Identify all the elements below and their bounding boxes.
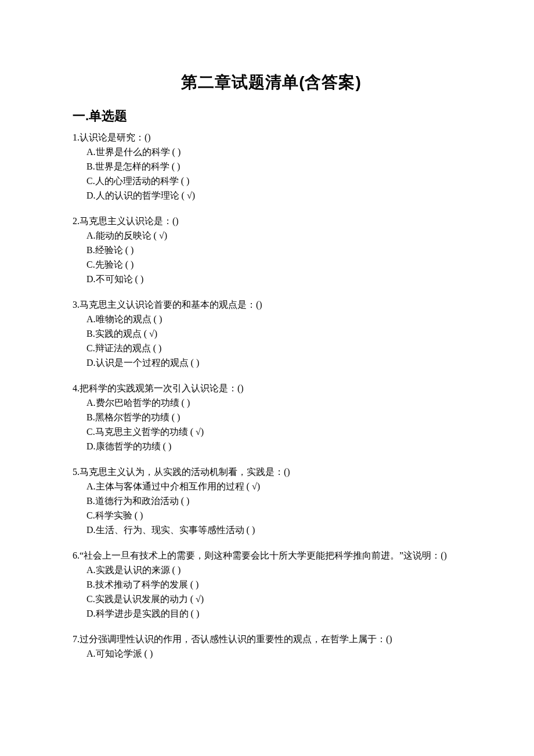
question-block: 7.过分强调理性认识的作用，否认感性认识的重要性的观点，在哲学上属于：()A.可… [73,632,470,661]
question-block: 1.认识论是研究：()A.世界是什么的科学 ( )B.世界是怎样的科学 ( )C… [73,131,470,203]
question-option: B.黑格尔哲学的功绩 ( ) [86,411,470,425]
question-stem: 7.过分强调理性认识的作用，否认感性认识的重要性的观点，在哲学上属于：() [73,632,470,647]
document-title: 第二章试题清单(含答案) [73,70,470,95]
question-option: B.经验论 ( ) [86,243,470,258]
question-option: A.可知论学派 ( ) [86,647,470,661]
question-block: 4.把科学的实践观第一次引入认识论是：()A.费尔巴哈哲学的功绩 ( )B.黑格… [73,381,470,453]
question-option: D.康德哲学的功绩 ( ) [86,440,470,454]
question-stem: 6.“社会上一旦有技术上的需要，则这种需要会比十所大学更能把科学推向前进。”这说… [73,549,470,563]
question-block: 5.马克思主义认为，从实践的活动机制看，实践是：()A.主体与客体通过中介相互作… [73,465,470,537]
question-option: B.技术推动了科学的发展 ( ) [86,578,470,592]
question-option: A.费尔巴哈哲学的功绩 ( ) [86,396,470,411]
question-option: C.科学实验 ( ) [86,509,470,523]
question-option: C.实践是认识发展的动力 ( √) [86,592,470,607]
question-option: C.人的心理活动的科学 ( ) [86,174,470,189]
question-stem: 1.认识论是研究：() [73,131,470,145]
question-block: 2.马克思主义认识论是：()A.能动的反映论 ( √)B.经验论 ( )C.先验… [73,214,470,286]
question-stem: 4.把科学的实践观第一次引入认识论是：() [73,381,470,396]
section-heading: 一.单选题 [73,106,470,126]
document-page: 第二章试题清单(含答案) 一.单选题 1.认识论是研究：()A.世界是什么的科学… [0,0,534,756]
question-option: B.道德行为和政治活动 ( ) [86,494,470,509]
question-stem: 3.马克思主义认识论首要的和基本的观点是：() [73,298,470,312]
question-option: B.实践的观点 ( √) [86,327,470,341]
question-option: A.主体与客体通过中介相互作用的过程 ( √) [86,480,470,494]
question-stem: 2.马克思主义认识论是：() [73,214,470,229]
question-option: D.生活、行为、现实、实事等感性活动 ( ) [86,523,470,538]
question-option: A.实践是认识的来源 ( ) [86,563,470,578]
question-option: A.世界是什么的科学 ( ) [86,145,470,160]
question-option: D.人的认识的哲学理论 ( √) [86,189,470,203]
question-option: C.辩证法的观点 ( ) [86,341,470,356]
question-block: 3.马克思主义认识论首要的和基本的观点是：()A.唯物论的观点 ( )B.实践的… [73,298,470,370]
question-option: D.科学进步是实践的目的 ( ) [86,607,470,621]
question-stem: 5.马克思主义认为，从实践的活动机制看，实践是：() [73,465,470,480]
question-option: D.不可知论 ( ) [86,272,470,287]
question-option: B.世界是怎样的科学 ( ) [86,160,470,174]
question-option: A.唯物论的观点 ( ) [86,312,470,327]
question-option: C.马克思主义哲学的功绩 ( √) [86,425,470,440]
question-option: D.认识是一个过程的观点 ( ) [86,356,470,370]
question-option: C.先验论 ( ) [86,258,470,272]
question-list: 1.认识论是研究：()A.世界是什么的科学 ( )B.世界是怎样的科学 ( )C… [73,131,470,661]
question-option: A.能动的反映论 ( √) [86,229,470,243]
question-block: 6.“社会上一旦有技术上的需要，则这种需要会比十所大学更能把科学推向前进。”这说… [73,549,470,621]
